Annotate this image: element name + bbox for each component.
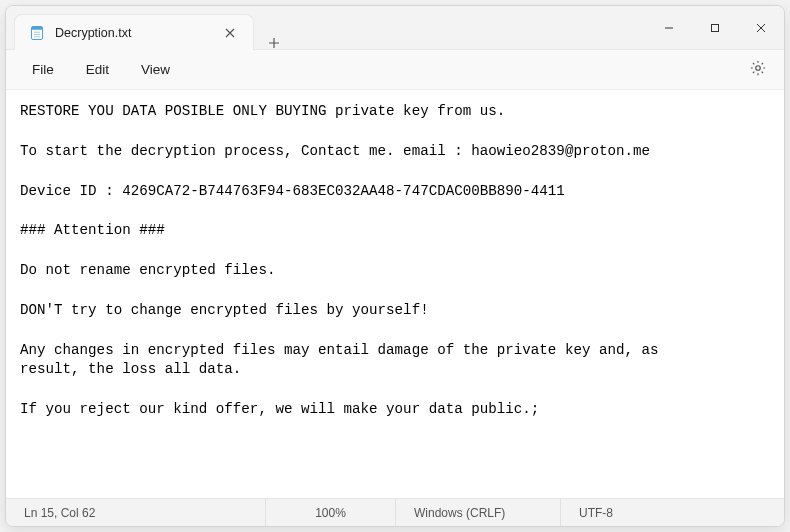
notepad-icon [29, 25, 45, 41]
menu-view[interactable]: View [125, 56, 186, 83]
status-cursor-position: Ln 15, Col 62 [6, 499, 266, 526]
tab-close-button[interactable] [221, 24, 239, 42]
settings-button[interactable] [742, 54, 774, 86]
gear-icon [749, 59, 767, 81]
new-tab-button[interactable] [254, 37, 294, 49]
svg-point-6 [756, 65, 761, 70]
svg-rect-5 [712, 24, 719, 31]
text-editor-area[interactable]: RESTORE YOU DATA POSIBLE ONLY BUYING pri… [6, 90, 784, 498]
close-window-button[interactable] [738, 6, 784, 49]
status-line-ending: Windows (CRLF) [396, 499, 561, 526]
minimize-button[interactable] [646, 6, 692, 49]
tab-strip: Decryption.txt [6, 6, 294, 49]
notepad-window: Decryption.txt File Edit View [5, 5, 785, 527]
menubar: File Edit View [6, 50, 784, 90]
document-tab[interactable]: Decryption.txt [14, 14, 254, 50]
window-control-group [646, 6, 784, 49]
titlebar: Decryption.txt [6, 6, 784, 50]
menu-file[interactable]: File [16, 56, 70, 83]
status-encoding: UTF-8 [561, 499, 784, 526]
statusbar: Ln 15, Col 62 100% Windows (CRLF) UTF-8 [6, 498, 784, 526]
svg-rect-1 [32, 26, 43, 29]
maximize-button[interactable] [692, 6, 738, 49]
menu-edit[interactable]: Edit [70, 56, 125, 83]
titlebar-drag-area[interactable] [294, 6, 646, 49]
status-zoom[interactable]: 100% [266, 499, 396, 526]
tab-title: Decryption.txt [55, 26, 211, 40]
